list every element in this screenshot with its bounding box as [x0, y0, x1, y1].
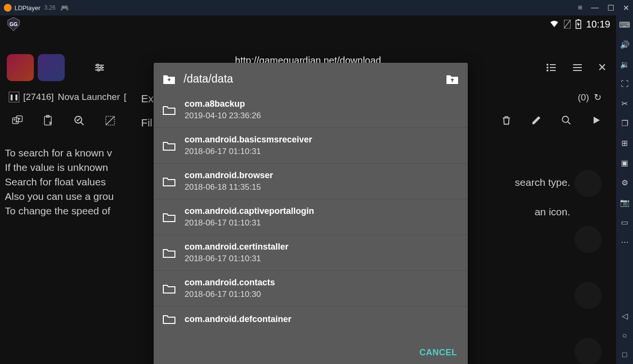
app-icon[interactable]	[575, 282, 602, 309]
dialog-header: /data/data	[154, 63, 468, 92]
item-text: com.android.contacts 2018-06-17 01:10:30	[185, 278, 275, 299]
item-name: com.android.browser	[185, 170, 273, 181]
recent-icon[interactable]: □	[622, 350, 627, 359]
svg-point-8	[97, 64, 99, 66]
item-name: com.android.captiveportallogin	[185, 206, 314, 216]
folder-item[interactable]: com.android.basicsmsreceiver 2018-06-17 …	[154, 128, 468, 164]
emulator-titlebar: LDPlayer 3.26 🎮 ≡ — ☐ ✕	[0, 0, 633, 15]
more-icon[interactable]: ⋯	[621, 238, 629, 247]
fullscreen-icon[interactable]: ⛶	[621, 80, 629, 88]
svg-point-11	[547, 64, 548, 65]
svg-rect-34	[169, 78, 170, 81]
folder-icon	[162, 140, 176, 152]
shared-folder-icon[interactable]: ▭	[621, 218, 628, 227]
svg-point-24	[19, 118, 20, 119]
help-line: To search for a known v	[5, 146, 114, 160]
controller-icon: 🎮	[60, 4, 69, 12]
item-name: com.android.defcontainer	[185, 314, 291, 324]
item-text: com.android.browser 2018-06-18 11:35:15	[185, 170, 273, 192]
status-time: 10:19	[586, 19, 610, 30]
folder-item[interactable]: com.android.defcontainer	[154, 307, 468, 332]
help-line: Search for float values	[5, 175, 114, 189]
scissors-icon[interactable]: ✂	[621, 99, 628, 108]
process-name: Nova Launcher	[58, 92, 120, 102]
help-line: To change the speed of	[5, 204, 114, 218]
svg-rect-4	[577, 19, 579, 20]
new-folder-icon[interactable]	[162, 73, 176, 85]
battery-icon	[575, 19, 581, 29]
select-icon[interactable]	[104, 115, 116, 126]
wifi-icon	[549, 20, 559, 28]
pause-icon[interactable]: ❚❚	[9, 92, 19, 102]
item-name: com.android.basicsmsreceiver	[185, 135, 312, 145]
emulator-sidebar: ⌨ 🔊 🔉 ⛶ ✂ ❐ ⊞ ▣ ⚙ 📷 ▭ ⋯ ◁ ○ □	[616, 15, 633, 364]
svg-point-9	[101, 67, 102, 69]
keyboard-icon[interactable]: ⌨	[619, 20, 630, 29]
item-date: 2018-06-17 01:10:31	[185, 147, 312, 156]
app-icon[interactable]	[575, 226, 602, 253]
volume-down-icon[interactable]: 🔉	[620, 60, 630, 69]
dice-icon[interactable]	[12, 115, 23, 126]
maximize-button[interactable]: ☐	[607, 3, 614, 13]
home-icon[interactable]: ○	[622, 331, 627, 340]
refresh-icon[interactable]: ↻	[594, 92, 602, 103]
hamburger-icon[interactable]	[572, 62, 583, 73]
paste-icon[interactable]	[43, 115, 54, 126]
list-icon[interactable]	[546, 62, 557, 73]
svg-line-28	[81, 122, 84, 125]
svg-point-12	[547, 67, 548, 68]
gameguardian-badge[interactable]: GG	[6, 16, 21, 32]
item-name: com.a8backup	[185, 99, 261, 109]
help-line: Also you can use a grou	[5, 189, 114, 204]
macro-icon[interactable]: ⊞	[621, 139, 628, 148]
app-icon[interactable]	[38, 54, 65, 81]
close-icon[interactable]: ✕	[598, 61, 606, 74]
item-date: 2018-06-17 01:10:31	[185, 218, 314, 228]
svg-point-23	[16, 121, 17, 122]
file-browser-dialog: /data/data com.a8backup 2019-04-10 23:36…	[154, 63, 468, 364]
item-text: com.a8backup 2019-04-10 23:36:26	[185, 99, 261, 121]
app-title: LDPlayer	[14, 4, 40, 12]
sliders-icon[interactable]	[94, 62, 105, 73]
folder-up-icon[interactable]	[446, 73, 459, 85]
svg-point-31	[562, 116, 569, 123]
folder-item[interactable]: com.android.browser 2018-06-18 11:35:15	[154, 164, 468, 199]
folder-icon	[162, 283, 176, 294]
item-name: com.android.contacts	[185, 278, 275, 288]
app-icon[interactable]	[575, 338, 602, 364]
play-icon[interactable]	[591, 115, 602, 126]
process-pid: [27416]	[23, 92, 54, 102]
multi-instance-icon[interactable]: ❐	[621, 119, 628, 128]
minimize-button[interactable]: —	[591, 3, 599, 12]
svg-text:GG: GG	[9, 21, 17, 27]
android-status-bar: 10:19	[549, 15, 616, 33]
apk-icon[interactable]: ▣	[621, 158, 628, 168]
trash-icon[interactable]	[501, 115, 512, 126]
item-date: 2018-06-17 01:10:31	[185, 254, 288, 264]
help-line: If the value is unknown	[5, 160, 114, 175]
search-icon[interactable]	[561, 115, 572, 126]
menu-icon[interactable]: ≡	[578, 3, 582, 12]
app-icon[interactable]	[7, 54, 34, 81]
screenshot-icon[interactable]: 📷	[620, 198, 630, 207]
search-check-icon[interactable]	[73, 115, 85, 126]
cancel-button[interactable]: CANCEL	[419, 348, 457, 358]
folder-item[interactable]: com.a8backup 2019-04-10 23:36:26	[154, 92, 468, 128]
edit-icon[interactable]	[531, 115, 542, 126]
file-list[interactable]: com.a8backup 2019-04-10 23:36:26 com.and…	[154, 92, 468, 340]
volume-up-icon[interactable]: 🔊	[620, 40, 630, 49]
item-text: com.android.captiveportallogin 2018-06-1…	[185, 206, 314, 228]
process-suffix: [	[124, 92, 126, 102]
folder-item[interactable]: com.android.certinstaller 2018-06-17 01:…	[154, 235, 468, 271]
close-button[interactable]: ✕	[623, 3, 629, 13]
truncated-text: Ex	[141, 93, 154, 105]
folder-item[interactable]: com.android.captiveportallogin 2018-06-1…	[154, 199, 468, 235]
back-icon[interactable]: ◁	[622, 311, 628, 321]
help-right-text: an icon.	[534, 206, 570, 218]
sim-icon	[564, 20, 571, 28]
svg-point-13	[547, 70, 548, 71]
dialog-footer: CANCEL	[154, 340, 468, 364]
folder-item[interactable]: com.android.contacts 2018-06-17 01:10:30	[154, 271, 468, 307]
app-icon[interactable]	[575, 170, 602, 197]
settings-icon[interactable]: ⚙	[621, 178, 628, 187]
